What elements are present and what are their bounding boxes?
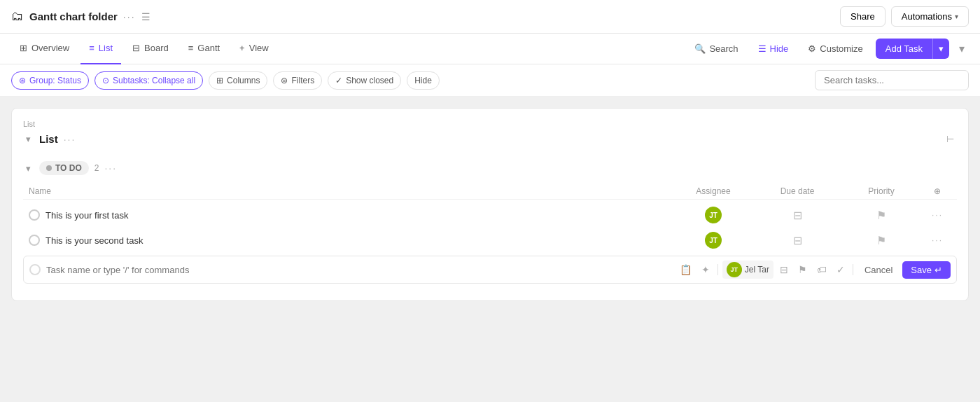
folder-icon: 🗂 xyxy=(11,9,24,24)
chevron-down-icon: ▾ xyxy=(939,43,944,54)
divider xyxy=(718,264,718,275)
folder-more-button[interactable]: ··· xyxy=(123,11,136,22)
hide-button[interactable]: ☰ Hide xyxy=(751,40,796,57)
action-tag-btn[interactable]: ✦ xyxy=(698,262,713,277)
task-assignee-1[interactable]: JT xyxy=(671,207,755,223)
list-title: List xyxy=(39,133,58,145)
todo-status-badge[interactable]: TO DO xyxy=(39,161,89,175)
chevron-down-icon: ▾ xyxy=(955,13,958,20)
new-task-input[interactable] xyxy=(46,265,671,275)
task-name-1: This is your first task xyxy=(29,209,671,221)
priority-icon-2: ⚑ xyxy=(876,234,886,247)
plus-icon: + xyxy=(239,43,245,53)
avatar-1: JT xyxy=(705,207,722,223)
new-task-actions: 📋 ✦ JT Jel Tar ⊟ ⚑ 🏷 ✓ Cancel Save xyxy=(676,261,951,279)
nav-item-overview[interactable]: ⊞ Overview xyxy=(11,34,78,64)
col-priority: Priority xyxy=(839,186,923,196)
add-task-group: Add Task ▾ xyxy=(876,39,949,59)
todo-more-button[interactable]: ··· xyxy=(104,162,117,174)
action-priority-btn[interactable]: ⚑ xyxy=(794,262,811,277)
action-due-date-btn[interactable]: ⊟ xyxy=(776,262,792,277)
search-tasks-input[interactable] xyxy=(815,70,969,90)
list-collapse-button[interactable]: ▾ xyxy=(23,132,34,146)
share-button[interactable]: Share xyxy=(840,6,886,27)
customize-button[interactable]: ⚙ Customize xyxy=(801,40,869,57)
new-task-radio xyxy=(29,264,41,275)
columns-icon: ⊞ xyxy=(216,76,223,85)
task-more-2[interactable]: ··· xyxy=(923,235,951,245)
subtasks-chip[interactable]: ⊙ Subtasks: Collapse all xyxy=(94,71,203,90)
todo-collapse-button[interactable]: ▾ xyxy=(23,162,34,175)
action-check-btn[interactable]: ✓ xyxy=(833,262,848,277)
filters-chip[interactable]: ⊜ Filters xyxy=(273,71,322,90)
avatar-2: JT xyxy=(705,232,722,249)
check-circle-icon: ✓ xyxy=(335,76,342,85)
col-assignee: Assignee xyxy=(671,186,755,196)
assignee-chip[interactable]: JT Jel Tar xyxy=(722,261,774,279)
folder-title: Gantt chart folder xyxy=(29,11,118,22)
status-header-todo: ▾ TO DO 2 ··· xyxy=(23,158,957,178)
columns-chip[interactable]: ⊞ Columns xyxy=(209,71,267,90)
col-add[interactable]: ⊕ xyxy=(923,186,951,196)
add-task-button[interactable]: Add Task xyxy=(876,39,932,59)
save-button[interactable]: Save ↵ xyxy=(902,261,951,279)
divider-2 xyxy=(853,264,853,275)
enter-icon: ↵ xyxy=(934,265,942,275)
task-name-2: This is your second task xyxy=(29,235,671,246)
overview-icon: ⊞ xyxy=(20,43,27,53)
new-task-avatar: JT xyxy=(727,262,742,277)
todo-count: 2 xyxy=(94,163,99,173)
hide-chip[interactable]: Hide xyxy=(407,71,440,90)
task-priority-1[interactable]: ⚑ xyxy=(839,209,923,222)
hide-icon: ☰ xyxy=(758,43,766,54)
table-row: This is your second task JT ⊟ ⚑ ··· xyxy=(23,228,957,253)
list-meta-label: List xyxy=(23,120,957,128)
filter-icon: ⊜ xyxy=(281,76,288,85)
table-row: This is your first task JT ⊟ ⚑ ··· xyxy=(23,202,957,228)
task-radio-1[interactable] xyxy=(29,209,40,221)
search-icon: 🔍 xyxy=(694,43,706,54)
nav-more-button[interactable]: ▾ xyxy=(955,39,969,58)
task-due-date-1[interactable]: ⊟ xyxy=(755,209,839,222)
table-header: Name Assignee Due date Priority ⊕ xyxy=(23,183,957,200)
menu-icon[interactable]: ☰ xyxy=(141,11,150,22)
nav-item-list[interactable]: ≡ List xyxy=(80,34,121,64)
automations-button[interactable]: Automations ▾ xyxy=(891,6,969,27)
search-button[interactable]: 🔍 Search xyxy=(687,40,745,57)
nav-item-gantt[interactable]: ≡ Gantt xyxy=(180,34,228,64)
priority-icon-1: ⚑ xyxy=(876,209,886,222)
toolbar: ⊛ Group: Status ⊙ Subtasks: Collapse all… xyxy=(0,64,980,97)
task-radio-2[interactable] xyxy=(29,235,40,246)
cancel-button[interactable]: Cancel xyxy=(858,261,899,279)
due-date-icon-2: ⊟ xyxy=(793,234,802,247)
show-closed-chip[interactable]: ✓ Show closed xyxy=(328,71,401,90)
list-more-button[interactable]: ··· xyxy=(64,134,76,145)
task-due-date-2[interactable]: ⊟ xyxy=(755,234,839,247)
panel-toggle-button[interactable]: ⊢ xyxy=(944,131,957,147)
nav-item-board[interactable]: ⊟ Board xyxy=(124,34,177,64)
list-icon: ≡ xyxy=(89,43,94,53)
action-assign-btn[interactable]: 📋 xyxy=(676,262,695,277)
board-icon: ⊟ xyxy=(132,43,140,53)
nav-left: ⊞ Overview ≡ List ⊟ Board ≡ Gantt + View xyxy=(11,34,277,64)
task-priority-2[interactable]: ⚑ xyxy=(839,234,923,247)
layers-icon: ⊛ xyxy=(19,76,26,85)
col-name: Name xyxy=(29,186,671,196)
task-assignee-2[interactable]: JT xyxy=(671,232,755,249)
list-header: ▾ List ··· ⊢ xyxy=(23,131,957,147)
status-group-todo: ▾ TO DO 2 ··· Name Assignee Due date Pri… xyxy=(23,158,957,284)
group-status-chip[interactable]: ⊛ Group: Status xyxy=(11,71,89,90)
add-task-dropdown-button[interactable]: ▾ xyxy=(932,39,949,59)
nav-right: 🔍 Search ☰ Hide ⚙ Customize Add Task ▾ ▾ xyxy=(687,39,969,59)
nav-item-view[interactable]: + View xyxy=(231,34,277,64)
subtasks-icon: ⊙ xyxy=(102,76,109,85)
todo-status-dot xyxy=(46,165,52,171)
action-label-btn[interactable]: 🏷 xyxy=(813,262,830,277)
nav-bar: ⊞ Overview ≡ List ⊟ Board ≡ Gantt + View… xyxy=(0,34,980,64)
toolbar-right xyxy=(815,70,969,90)
task-more-1[interactable]: ··· xyxy=(923,210,951,220)
due-date-icon-1: ⊟ xyxy=(793,209,802,222)
gantt-icon: ≡ xyxy=(188,43,194,53)
top-bar-right: Share Automations ▾ xyxy=(840,6,969,27)
main-content: List ▾ List ··· ⊢ ▾ TO DO 2 ··· Name Ass… xyxy=(0,97,980,402)
